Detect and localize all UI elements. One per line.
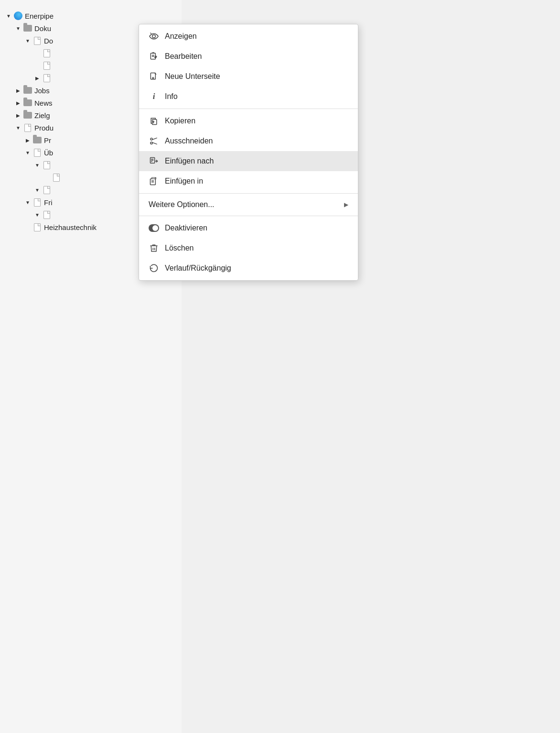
paste-in-icon	[149, 176, 159, 186]
tree-toggle-fri[interactable]	[24, 198, 32, 206]
menu-label-einfuegen-nach: Einfügen nach	[165, 157, 348, 165]
tree-toggle-fri-child1[interactable]	[33, 211, 41, 219]
tree-toggle-jobs[interactable]	[14, 87, 22, 94]
menu-label-anzeigen: Anzeigen	[165, 32, 348, 41]
menu-item-anzeigen[interactable]: Anzeigen	[139, 26, 358, 46]
toggle-icon	[149, 223, 159, 233]
tree-toggle-news[interactable]	[14, 99, 22, 107]
tree-label-do: Do	[44, 37, 53, 45]
tree-toggle-ub[interactable]	[24, 149, 32, 156]
info-icon: i	[149, 91, 159, 102]
menu-label-info: Info	[165, 92, 348, 101]
menu-item-einfuegen-nach[interactable]: Einfügen nach	[139, 151, 358, 171]
menu-divider-2	[139, 193, 358, 194]
menu-label-bearbeiten: Bearbeiten	[165, 52, 348, 61]
menu-divider-1	[139, 109, 358, 109]
menu-label-verlauf: Verlauf/Rückgängig	[165, 264, 348, 273]
tree-toggle-produ[interactable]	[14, 124, 22, 131]
trash-icon	[149, 243, 159, 253]
menu-item-einfuegen-in[interactable]: Einfügen in	[139, 171, 358, 191]
paste-after-icon	[149, 156, 159, 166]
page-icon-do-child3	[42, 73, 52, 83]
eye-icon	[149, 31, 159, 42]
svg-rect-20	[152, 178, 155, 179]
folder-icon-news	[23, 98, 32, 108]
tree-label-ub: Üb	[44, 149, 53, 157]
tree-label-news: News	[34, 99, 53, 107]
folder-icon-zielg	[23, 110, 32, 120]
page-icon-fri	[32, 197, 42, 207]
page-icon-heiz	[32, 222, 42, 232]
svg-line-12	[152, 138, 157, 140]
tree-root[interactable]: Enerpipe	[5, 10, 177, 22]
svg-point-10	[151, 138, 152, 140]
page-icon-do-child2	[42, 61, 52, 70]
svg-point-11	[151, 142, 152, 144]
menu-label-loeschen: Löschen	[165, 244, 348, 252]
menu-item-neue-unterseite[interactable]: Neue Unterseite	[139, 66, 358, 87]
menu-item-deaktivieren[interactable]: Deaktivieren	[139, 218, 358, 238]
copy-icon	[149, 116, 159, 126]
folder-icon-jobs	[23, 86, 32, 95]
page-icon-ub-child2	[42, 185, 52, 195]
tree-toggle-zielg[interactable]	[14, 111, 22, 119]
tree-label-produ: Produ	[34, 124, 54, 132]
menu-label-ausschneiden: Ausschneiden	[165, 137, 348, 145]
folder-icon-doku	[23, 23, 32, 33]
page-icon-do	[32, 36, 42, 45]
page-icon-produ	[23, 123, 32, 132]
tree-toggle-doku[interactable]	[14, 24, 22, 32]
menu-label-kopieren: Kopieren	[165, 117, 348, 125]
page-icon-fri-child1	[42, 210, 52, 219]
menu-item-kopieren[interactable]: Kopieren	[139, 111, 358, 131]
svg-point-0	[152, 35, 156, 38]
tree-label-fri: Fri	[44, 198, 53, 207]
menu-label-weitere-optionen: Weitere Optionen...	[149, 200, 338, 209]
tree-label-zielg: Zielg	[34, 111, 50, 120]
page-icon-do-child1	[42, 48, 52, 58]
folder-icon-pr	[32, 135, 42, 145]
menu-item-loeschen[interactable]: Löschen	[139, 238, 358, 258]
menu-label-einfuegen-in: Einfügen in	[165, 177, 348, 186]
menu-divider-3	[139, 216, 358, 216]
menu-item-info[interactable]: i Info	[139, 87, 358, 107]
page-icon-ub-child1	[42, 160, 52, 170]
tree-label-heiz: Heizhaustechnik	[44, 223, 97, 231]
tree-label-root: Enerpipe	[25, 12, 54, 20]
menu-label-deaktivieren: Deaktivieren	[165, 224, 348, 232]
tree-label-jobs: Jobs	[34, 87, 50, 95]
menu-item-bearbeiten[interactable]: Bearbeiten	[139, 46, 358, 66]
scissors-icon	[149, 136, 159, 146]
history-icon	[149, 263, 159, 274]
page-icon-ub-sub1	[52, 173, 61, 182]
menu-item-verlauf[interactable]: Verlauf/Rückgängig	[139, 258, 358, 278]
context-menu: Anzeigen Bearbeiten Neue Unterseite	[139, 24, 358, 281]
globe-icon	[13, 11, 23, 21]
arrow-right-icon: ▶	[344, 201, 348, 208]
page-icon-ub	[32, 148, 42, 157]
tree-toggle-do-child3[interactable]	[33, 74, 41, 82]
menu-label-neue-unterseite: Neue Unterseite	[165, 72, 348, 81]
tree-toggle-ub-child1[interactable]	[33, 161, 41, 169]
menu-item-weitere-optionen[interactable]: Weitere Optionen... ▶	[139, 196, 358, 214]
tree-toggle-do[interactable]	[24, 37, 32, 44]
tree-label-pr: Pr	[44, 136, 51, 144]
edit-icon	[149, 51, 159, 62]
tree-label-doku: Doku	[34, 24, 51, 33]
tree-toggle-pr[interactable]	[24, 136, 32, 144]
tree-toggle-root[interactable]	[5, 12, 12, 20]
menu-item-ausschneiden[interactable]: Ausschneiden	[139, 131, 358, 151]
svg-line-13	[152, 142, 157, 144]
new-page-icon	[149, 71, 159, 82]
tree-toggle-ub-child2[interactable]	[33, 186, 41, 194]
